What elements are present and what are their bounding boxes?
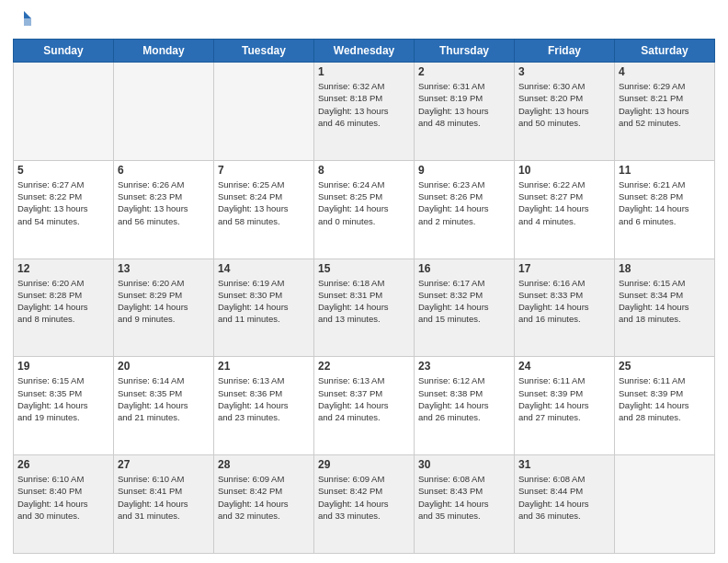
page: SundayMondayTuesdayWednesdayThursdayFrid… [0,0,728,563]
day-number: 11 [619,164,711,177]
day-number: 21 [218,360,310,373]
cal-cell: 13Sunrise: 6:20 AMSunset: 8:29 PMDayligh… [114,259,214,357]
cal-cell: 26Sunrise: 6:10 AMSunset: 8:40 PMDayligh… [14,455,114,554]
day-header-monday: Monday [114,40,214,63]
cal-cell: 8Sunrise: 6:24 AMSunset: 8:25 PMDaylight… [314,160,415,259]
cal-cell: 7Sunrise: 6:25 AMSunset: 8:24 PMDaylight… [214,160,314,259]
cal-cell: 22Sunrise: 6:13 AMSunset: 8:37 PMDayligh… [314,357,415,455]
cell-info: Sunrise: 6:22 AMSunset: 8:27 PMDaylight:… [518,178,610,227]
cell-info: Sunrise: 6:25 AMSunset: 8:24 PMDaylight:… [218,178,310,227]
day-number: 12 [17,262,109,275]
calendar-table: SundayMondayTuesdayWednesdayThursdayFrid… [13,39,715,554]
cell-info: Sunrise: 6:27 AMSunset: 8:22 PMDaylight:… [17,178,109,227]
cell-info: Sunrise: 6:10 AMSunset: 8:41 PMDaylight:… [118,473,210,522]
cal-cell [14,63,114,161]
cal-cell: 30Sunrise: 6:08 AMSunset: 8:43 PMDayligh… [415,455,515,554]
day-number: 29 [318,458,410,471]
day-header-thursday: Thursday [415,40,515,63]
cal-cell: 3Sunrise: 6:30 AMSunset: 8:20 PMDaylight… [515,63,615,161]
cal-cell: 25Sunrise: 6:11 AMSunset: 8:39 PMDayligh… [615,357,715,455]
cal-cell: 6Sunrise: 6:26 AMSunset: 8:23 PMDaylight… [114,160,214,259]
cell-info: Sunrise: 6:10 AMSunset: 8:40 PMDaylight:… [17,473,109,522]
cal-cell: 16Sunrise: 6:17 AMSunset: 8:32 PMDayligh… [415,259,515,357]
cal-cell: 1Sunrise: 6:32 AMSunset: 8:18 PMDaylight… [314,63,415,161]
day-header-wednesday: Wednesday [314,40,415,63]
day-number: 30 [418,458,510,471]
cal-cell: 14Sunrise: 6:19 AMSunset: 8:30 PMDayligh… [214,259,314,357]
cal-cell: 5Sunrise: 6:27 AMSunset: 8:22 PMDaylight… [14,160,114,259]
cal-cell: 2Sunrise: 6:31 AMSunset: 8:19 PMDaylight… [415,63,515,161]
cell-info: Sunrise: 6:32 AMSunset: 8:18 PMDaylight:… [318,80,410,129]
cal-cell: 31Sunrise: 6:08 AMSunset: 8:44 PMDayligh… [515,455,615,554]
cal-cell: 4Sunrise: 6:29 AMSunset: 8:21 PMDaylight… [615,63,715,161]
day-number: 8 [318,164,410,177]
cell-info: Sunrise: 6:29 AMSunset: 8:21 PMDaylight:… [619,80,711,129]
cal-cell: 15Sunrise: 6:18 AMSunset: 8:31 PMDayligh… [314,259,415,357]
day-header-saturday: Saturday [615,40,715,63]
day-number: 24 [518,360,610,373]
cal-cell [214,63,314,161]
cell-info: Sunrise: 6:15 AMSunset: 8:34 PMDaylight:… [619,277,711,326]
cell-info: Sunrise: 6:20 AMSunset: 8:28 PMDaylight:… [17,277,109,326]
week-row-1: 1Sunrise: 6:32 AMSunset: 8:18 PMDaylight… [14,63,715,161]
week-row-3: 12Sunrise: 6:20 AMSunset: 8:28 PMDayligh… [14,259,715,357]
cal-cell [114,63,214,161]
cell-info: Sunrise: 6:08 AMSunset: 8:44 PMDaylight:… [518,473,610,522]
cal-cell: 12Sunrise: 6:20 AMSunset: 8:28 PMDayligh… [14,259,114,357]
cell-info: Sunrise: 6:26 AMSunset: 8:23 PMDaylight:… [118,178,210,227]
day-number: 6 [118,164,210,177]
cell-info: Sunrise: 6:18 AMSunset: 8:31 PMDaylight:… [318,277,410,326]
cell-info: Sunrise: 6:30 AMSunset: 8:20 PMDaylight:… [518,80,610,129]
cal-cell: 27Sunrise: 6:10 AMSunset: 8:41 PMDayligh… [114,455,214,554]
cal-cell: 9Sunrise: 6:23 AMSunset: 8:26 PMDaylight… [415,160,515,259]
cal-cell: 29Sunrise: 6:09 AMSunset: 8:42 PMDayligh… [314,455,415,554]
cell-info: Sunrise: 6:09 AMSunset: 8:42 PMDaylight:… [218,473,310,522]
cal-cell: 17Sunrise: 6:16 AMSunset: 8:33 PMDayligh… [515,259,615,357]
day-number: 5 [17,164,109,177]
week-row-2: 5Sunrise: 6:27 AMSunset: 8:22 PMDaylight… [14,160,715,259]
cell-info: Sunrise: 6:11 AMSunset: 8:39 PMDaylight:… [518,374,610,423]
day-header-row: SundayMondayTuesdayWednesdayThursdayFrid… [14,40,715,63]
cell-info: Sunrise: 6:19 AMSunset: 8:30 PMDaylight:… [218,277,310,326]
day-header-friday: Friday [515,40,615,63]
cell-info: Sunrise: 6:08 AMSunset: 8:43 PMDaylight:… [418,473,510,522]
cell-info: Sunrise: 6:16 AMSunset: 8:33 PMDaylight:… [518,277,610,326]
day-number: 25 [619,360,711,373]
day-number: 13 [118,262,210,275]
week-row-5: 26Sunrise: 6:10 AMSunset: 8:40 PMDayligh… [14,455,715,554]
cell-info: Sunrise: 6:13 AMSunset: 8:37 PMDaylight:… [318,374,410,423]
day-number: 1 [318,65,410,78]
cal-cell: 11Sunrise: 6:21 AMSunset: 8:28 PMDayligh… [615,160,715,259]
day-number: 4 [619,65,711,78]
cell-info: Sunrise: 6:09 AMSunset: 8:42 PMDaylight:… [318,473,410,522]
day-number: 15 [318,262,410,275]
day-number: 31 [518,458,610,471]
cell-info: Sunrise: 6:13 AMSunset: 8:36 PMDaylight:… [218,374,310,423]
logo [13,9,33,31]
cal-cell: 28Sunrise: 6:09 AMSunset: 8:42 PMDayligh… [214,455,314,554]
day-number: 17 [518,262,610,275]
day-number: 9 [418,164,510,177]
day-number: 19 [17,360,109,373]
svg-marker-1 [24,18,31,26]
day-number: 20 [118,360,210,373]
day-number: 3 [518,65,610,78]
day-number: 23 [418,360,510,373]
cell-info: Sunrise: 6:17 AMSunset: 8:32 PMDaylight:… [418,277,510,326]
day-number: 14 [218,262,310,275]
cal-cell: 23Sunrise: 6:12 AMSunset: 8:38 PMDayligh… [415,357,515,455]
cal-cell: 21Sunrise: 6:13 AMSunset: 8:36 PMDayligh… [214,357,314,455]
cell-info: Sunrise: 6:23 AMSunset: 8:26 PMDaylight:… [418,178,510,227]
day-number: 18 [619,262,711,275]
cell-info: Sunrise: 6:12 AMSunset: 8:38 PMDaylight:… [418,374,510,423]
logo-flag-icon [15,9,33,28]
header [13,9,715,31]
cal-cell: 19Sunrise: 6:15 AMSunset: 8:35 PMDayligh… [14,357,114,455]
day-number: 7 [218,164,310,177]
cal-cell: 24Sunrise: 6:11 AMSunset: 8:39 PMDayligh… [515,357,615,455]
day-number: 26 [17,458,109,471]
day-number: 10 [518,164,610,177]
cal-cell [615,455,715,554]
day-number: 27 [118,458,210,471]
cell-info: Sunrise: 6:20 AMSunset: 8:29 PMDaylight:… [118,277,210,326]
